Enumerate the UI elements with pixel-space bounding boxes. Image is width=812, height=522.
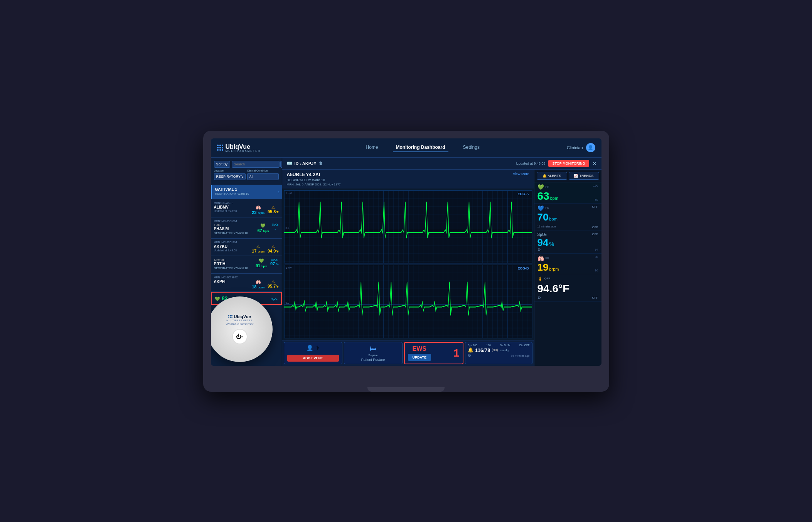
blood-pressure-card: Sys 100 180 S / D / M Dia OFF 🔔 116/78 (… bbox=[465, 342, 532, 364]
hr-scale-high: 150 bbox=[593, 184, 598, 187]
patient-4-updated: Updated at 9:43:08 bbox=[214, 249, 237, 252]
patient-1-name: GAITIVIAL 1 bbox=[215, 187, 279, 192]
spo2-scale2: 94 bbox=[595, 248, 598, 251]
view-more-button[interactable]: View More bbox=[513, 172, 529, 176]
trends-button[interactable]: 📈 TRENDS bbox=[569, 172, 599, 180]
device-logo: UbiqVue bbox=[234, 314, 251, 319]
app-logo-sub: MULTIPARAMETER bbox=[226, 150, 261, 152]
user-avatar[interactable]: 👤 bbox=[586, 143, 595, 152]
svg-rect-1 bbox=[284, 190, 532, 264]
temp-value: 94.6°F bbox=[537, 283, 569, 295]
ecg-b-waveform bbox=[284, 265, 532, 338]
logo-area: UbiqVue MULTIPARAMETER bbox=[217, 143, 279, 152]
rr-label: RR bbox=[546, 257, 549, 259]
vitals-top-buttons: 🔔 ALERTS 📈 TRENDS bbox=[534, 170, 601, 182]
patient-4-name: AKYKU bbox=[214, 244, 237, 249]
add-event-card: 👤 ⚕ ADD EVENT bbox=[284, 342, 342, 364]
posture-label: Patient Posture bbox=[361, 358, 385, 362]
bp-map: (90) bbox=[492, 348, 498, 352]
patient-mrn-dob: MRN: JAL-6-A4B5F DOB: 22 Nov 1977 bbox=[287, 183, 341, 186]
search-input[interactable] bbox=[232, 161, 280, 168]
person-icon: 👤 bbox=[307, 345, 313, 351]
nav-home[interactable]: Home bbox=[363, 143, 381, 152]
patient-5-spo2: SpO₂ 97 % bbox=[270, 258, 279, 268]
device-power-button[interactable]: ⏻⊕ bbox=[232, 329, 248, 344]
pr-icon: 💙 bbox=[537, 205, 544, 211]
bp-settings-icon[interactable]: ⚙ bbox=[468, 353, 471, 357]
patient-6-mrn: MRN: MC-4C7984C bbox=[214, 276, 279, 279]
trends-icon: 📈 bbox=[574, 174, 578, 178]
rr-scale-low: 10 bbox=[595, 269, 598, 272]
heart-rate-icon: 💚 bbox=[537, 184, 544, 190]
patient-item-2[interactable]: MRN: SC-ASBF ALIBMV Updated at 9:43:08 🫁 bbox=[211, 199, 282, 217]
svg-rect-2 bbox=[284, 265, 532, 338]
patient-info-text: A5UBL5 Y4 2AI RESPIRATORY Ward 10 MRN: J… bbox=[287, 172, 341, 186]
bell-icon: 🔔 bbox=[542, 174, 547, 178]
add-event-button[interactable]: ADD EVENT bbox=[287, 355, 339, 362]
bp-time: 58 minutes ago bbox=[511, 354, 530, 357]
location-select[interactable]: RESPIRATORY Ward 10 bbox=[214, 173, 246, 180]
patient-ward: RESPIRATORY Ward 10 bbox=[287, 178, 341, 182]
patient-item-5[interactable]: AIRFUH PRTIH RESPIRATORY Ward 10 💚 91 bp… bbox=[211, 256, 282, 274]
temp-settings-icon[interactable]: ⚙ bbox=[537, 296, 541, 300]
patient-item-1[interactable]: GAITIVIAL 1 RESPIRATORY Ward 10 › bbox=[211, 185, 282, 199]
nav-settings[interactable]: Settings bbox=[460, 143, 483, 152]
bp-dia-label: Dia OFF bbox=[519, 344, 529, 347]
spo2-settings-icon[interactable]: ⚙ bbox=[537, 248, 541, 252]
rr-unit: brpm bbox=[549, 267, 559, 271]
rr-vital-card: 🫁 RR 30 19 brpm 10 bbox=[534, 254, 601, 274]
ecg-b-chart: ECG-B 1 mV 0.2 bbox=[284, 264, 532, 338]
ews-value: 1 bbox=[453, 347, 460, 359]
rr-value: 19 bbox=[537, 262, 549, 272]
clinical-condition-select[interactable]: All bbox=[247, 173, 279, 180]
patient-info-bar: A5UBL5 Y4 2AI RESPIRATORY Ward 10 MRN: J… bbox=[282, 170, 534, 189]
bp-header: Sys 100 180 S / D / M Dia OFF bbox=[468, 344, 530, 347]
pr-off-bottom: OFF bbox=[592, 226, 598, 229]
sort-by-select[interactable]: Sort By bbox=[214, 161, 230, 168]
update-button[interactable]: UPDATE bbox=[408, 354, 431, 361]
user-label: Clinician bbox=[567, 145, 583, 150]
device-type: Wearable Biosensor bbox=[226, 322, 254, 326]
patient-1-location: RESPIRATORY Ward 10 bbox=[215, 192, 279, 195]
waveform-section: A5UBL5 Y4 2AI RESPIRATORY Ward 10 MRN: J… bbox=[282, 170, 534, 366]
stop-monitoring-button[interactable]: STOP MONITORING bbox=[548, 160, 589, 167]
rr-icon: 🫁 bbox=[537, 255, 544, 261]
patient-4-mrn: MRN: MC-JSC-36J bbox=[214, 241, 279, 244]
delete-icon[interactable]: 🗑 bbox=[319, 161, 323, 165]
patient-2-subname: ALIBMV bbox=[214, 205, 237, 209]
location-label: Location bbox=[214, 169, 246, 172]
pr-vital-card: 💙 PR OFF 70 bpm 12 minutes ago OFF bbox=[534, 204, 601, 231]
bp-text: 116/78 bbox=[475, 347, 490, 353]
ews-card: EWS UPDATE 1 bbox=[404, 342, 463, 364]
patient-id: 🪪 ID : AKPJY 🗑 bbox=[287, 161, 323, 166]
bp-sys-label: Sys 100 bbox=[468, 344, 477, 347]
pr-unit: bpm bbox=[549, 217, 557, 221]
nav-right: Clinician 👤 bbox=[567, 143, 595, 152]
bp-value-row: 🔔 116/78 (90) mmHg bbox=[468, 347, 530, 353]
patient-2-temp: ⚠ 95.8°F bbox=[268, 205, 279, 215]
alerts-button[interactable]: 🔔 ALERTS bbox=[537, 172, 567, 180]
action-bar: 👤 ⚕ ADD EVENT 🛏 Supine bbox=[282, 340, 534, 366]
patient-2-rr: 🫁 23 brpm bbox=[252, 205, 264, 215]
spo2-vital-card: SpO₂ OFF 94 % ⚙ 94 bbox=[534, 231, 601, 254]
device-circle: UbiqVue MULTIPARAMETER Wearable Biosenso… bbox=[211, 296, 273, 362]
posture-value: Supine bbox=[368, 354, 378, 357]
patient-4-rr: ⚠ 17 brpm bbox=[252, 244, 264, 253]
patient-item-4[interactable]: MRN: MC-JSC-36J AKYKU Updated at 9:43:08… bbox=[211, 239, 282, 256]
hr-value: 63 bbox=[537, 191, 549, 202]
spo2-unit: % bbox=[549, 241, 554, 247]
temp-off-bottom: OFF bbox=[592, 296, 598, 300]
hr-unit: bpm bbox=[550, 196, 558, 200]
monitor-body: A5UBL5 Y4 2AI RESPIRATORY Ward 10 MRN: J… bbox=[282, 170, 601, 366]
patient-item-3[interactable]: MRN: MC-JSC-36J TUIE PHASIM RESPIRATORY … bbox=[211, 217, 282, 239]
pr-card-header: 💙 PR bbox=[537, 205, 598, 211]
patient-id-text: ID : AKPJY bbox=[295, 161, 317, 166]
close-monitor-button[interactable]: ✕ bbox=[592, 160, 597, 167]
pr-label: PR bbox=[546, 207, 549, 209]
hr-card-header: 💚 HR bbox=[537, 184, 598, 190]
nav-monitoring-dashboard[interactable]: Monitoring Dashboard bbox=[393, 143, 448, 152]
patient-6-rr: 🫁 18 brpm bbox=[252, 280, 264, 289]
patient-4-temp: ⚠ 94.9°F bbox=[268, 244, 279, 253]
patient-3-spo2: SpO₂ - bbox=[272, 223, 278, 233]
temp-icon: 🌡 bbox=[537, 276, 543, 282]
